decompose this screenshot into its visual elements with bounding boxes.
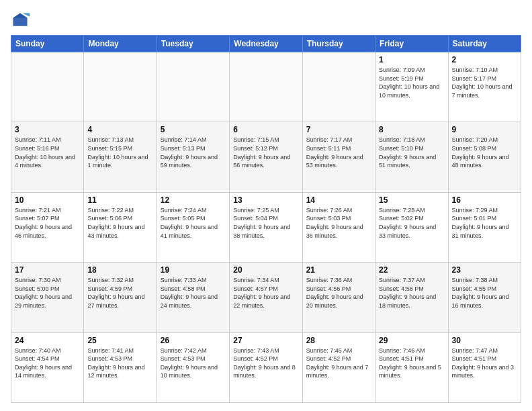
day-number: 22 (379, 265, 444, 275)
day-number: 19 (161, 265, 226, 275)
day-info: Sunrise: 7:45 AM Sunset: 4:52 PM Dayligh… (306, 347, 371, 380)
day-info: Sunrise: 7:22 AM Sunset: 5:06 PM Dayligh… (87, 206, 152, 240)
calendar-cell (84, 52, 157, 122)
calendar-table: SundayMondayTuesdayWednesdayThursdayFrid… (11, 35, 521, 403)
day-info: Sunrise: 7:10 AM Sunset: 5:17 PM Dayligh… (452, 66, 517, 99)
calendar-cell: 26Sunrise: 7:42 AM Sunset: 4:53 PM Dayli… (157, 332, 229, 402)
calendar-cell: 18Sunrise: 7:32 AM Sunset: 4:59 PM Dayli… (84, 263, 157, 332)
day-number: 12 (161, 195, 226, 205)
calendar-cell: 2Sunrise: 7:10 AM Sunset: 5:17 PM Daylig… (448, 52, 521, 122)
weekday-header-monday: Monday (84, 36, 157, 52)
day-info: Sunrise: 7:25 AM Sunset: 5:04 PM Dayligh… (233, 206, 298, 240)
day-info: Sunrise: 7:21 AM Sunset: 5:07 PM Dayligh… (15, 206, 80, 240)
day-number: 7 (306, 125, 371, 134)
day-number: 24 (15, 336, 80, 345)
day-info: Sunrise: 7:42 AM Sunset: 4:53 PM Dayligh… (161, 347, 226, 380)
week-row-3: 10Sunrise: 7:21 AM Sunset: 5:07 PM Dayli… (11, 192, 521, 262)
calendar-cell: 25Sunrise: 7:41 AM Sunset: 4:53 PM Dayli… (84, 332, 157, 402)
day-info: Sunrise: 7:28 AM Sunset: 5:02 PM Dayligh… (379, 206, 444, 240)
day-number: 9 (452, 125, 517, 134)
calendar-cell: 10Sunrise: 7:21 AM Sunset: 5:07 PM Dayli… (11, 192, 84, 262)
day-number: 15 (379, 195, 444, 205)
day-info: Sunrise: 7:33 AM Sunset: 4:58 PM Dayligh… (161, 276, 226, 310)
day-number: 18 (87, 265, 152, 275)
day-info: Sunrise: 7:29 AM Sunset: 5:01 PM Dayligh… (452, 206, 517, 240)
day-info: Sunrise: 7:14 AM Sunset: 5:13 PM Dayligh… (161, 136, 226, 169)
day-info: Sunrise: 7:41 AM Sunset: 4:53 PM Dayligh… (87, 347, 152, 380)
day-info: Sunrise: 7:26 AM Sunset: 5:03 PM Dayligh… (306, 206, 371, 240)
week-row-5: 24Sunrise: 7:40 AM Sunset: 4:54 PM Dayli… (11, 332, 521, 402)
calendar-cell: 4Sunrise: 7:13 AM Sunset: 5:15 PM Daylig… (84, 122, 157, 192)
calendar-cell: 15Sunrise: 7:28 AM Sunset: 5:02 PM Dayli… (375, 192, 448, 262)
day-info: Sunrise: 7:47 AM Sunset: 4:51 PM Dayligh… (452, 347, 517, 380)
day-info: Sunrise: 7:40 AM Sunset: 4:54 PM Dayligh… (15, 347, 80, 380)
day-info: Sunrise: 7:38 AM Sunset: 4:55 PM Dayligh… (452, 276, 517, 310)
calendar-cell: 6Sunrise: 7:15 AM Sunset: 5:12 PM Daylig… (230, 122, 302, 192)
day-number: 2 (452, 55, 517, 64)
day-number: 4 (87, 125, 152, 134)
weekday-header-saturday: Saturday (448, 36, 521, 52)
day-info: Sunrise: 7:36 AM Sunset: 4:56 PM Dayligh… (306, 276, 371, 310)
calendar-cell: 5Sunrise: 7:14 AM Sunset: 5:13 PM Daylig… (157, 122, 229, 192)
day-info: Sunrise: 7:20 AM Sunset: 5:08 PM Dayligh… (452, 136, 517, 169)
day-info: Sunrise: 7:34 AM Sunset: 4:57 PM Dayligh… (233, 276, 298, 310)
calendar-cell: 16Sunrise: 7:29 AM Sunset: 5:01 PM Dayli… (448, 192, 521, 262)
header (11, 8, 521, 30)
weekday-header-row: SundayMondayTuesdayWednesdayThursdayFrid… (11, 36, 521, 52)
calendar-cell: 1Sunrise: 7:09 AM Sunset: 5:19 PM Daylig… (375, 52, 448, 122)
calendar-cell: 19Sunrise: 7:33 AM Sunset: 4:58 PM Dayli… (157, 263, 229, 332)
day-number: 21 (306, 265, 371, 275)
calendar-cell (302, 52, 375, 122)
day-info: Sunrise: 7:09 AM Sunset: 5:19 PM Dayligh… (379, 66, 444, 99)
day-info: Sunrise: 7:37 AM Sunset: 4:56 PM Dayligh… (379, 276, 444, 310)
day-number: 8 (379, 125, 444, 134)
day-info: Sunrise: 7:43 AM Sunset: 4:52 PM Dayligh… (233, 347, 298, 380)
day-info: Sunrise: 7:46 AM Sunset: 4:51 PM Dayligh… (379, 347, 444, 380)
week-row-4: 17Sunrise: 7:30 AM Sunset: 5:00 PM Dayli… (11, 263, 521, 332)
calendar-cell: 13Sunrise: 7:25 AM Sunset: 5:04 PM Dayli… (230, 192, 302, 262)
week-row-1: 1Sunrise: 7:09 AM Sunset: 5:19 PM Daylig… (11, 52, 521, 122)
calendar-cell: 17Sunrise: 7:30 AM Sunset: 5:00 PM Dayli… (11, 263, 84, 332)
calendar-cell: 24Sunrise: 7:40 AM Sunset: 4:54 PM Dayli… (11, 332, 84, 402)
calendar-cell: 27Sunrise: 7:43 AM Sunset: 4:52 PM Dayli… (230, 332, 302, 402)
calendar-cell: 11Sunrise: 7:22 AM Sunset: 5:06 PM Dayli… (84, 192, 157, 262)
logo (11, 11, 32, 30)
day-number: 27 (233, 336, 298, 345)
day-number: 14 (306, 195, 371, 205)
day-info: Sunrise: 7:15 AM Sunset: 5:12 PM Dayligh… (233, 136, 298, 169)
day-number: 10 (15, 195, 80, 205)
calendar-cell: 8Sunrise: 7:18 AM Sunset: 5:10 PM Daylig… (375, 122, 448, 192)
weekday-header-sunday: Sunday (11, 36, 84, 52)
day-info: Sunrise: 7:18 AM Sunset: 5:10 PM Dayligh… (379, 136, 444, 169)
day-info: Sunrise: 7:17 AM Sunset: 5:11 PM Dayligh… (306, 136, 371, 169)
day-info: Sunrise: 7:13 AM Sunset: 5:15 PM Dayligh… (87, 136, 152, 169)
logo-icon (11, 11, 30, 30)
day-number: 23 (452, 265, 517, 275)
calendar-cell: 21Sunrise: 7:36 AM Sunset: 4:56 PM Dayli… (302, 263, 375, 332)
calendar-cell (157, 52, 229, 122)
day-number: 17 (15, 265, 80, 275)
calendar-cell: 23Sunrise: 7:38 AM Sunset: 4:55 PM Dayli… (448, 263, 521, 332)
day-number: 13 (233, 195, 298, 205)
day-number: 29 (379, 336, 444, 345)
calendar-cell: 28Sunrise: 7:45 AM Sunset: 4:52 PM Dayli… (302, 332, 375, 402)
day-number: 28 (306, 336, 371, 345)
day-number: 20 (233, 265, 298, 275)
weekday-header-friday: Friday (375, 36, 448, 52)
day-number: 1 (379, 55, 444, 64)
day-number: 16 (452, 195, 517, 205)
day-number: 5 (161, 125, 226, 134)
calendar-cell: 30Sunrise: 7:47 AM Sunset: 4:51 PM Dayli… (448, 332, 521, 402)
calendar-cell: 29Sunrise: 7:46 AM Sunset: 4:51 PM Dayli… (375, 332, 448, 402)
day-info: Sunrise: 7:32 AM Sunset: 4:59 PM Dayligh… (87, 276, 152, 310)
weekday-header-wednesday: Wednesday (230, 36, 302, 52)
calendar-cell: 20Sunrise: 7:34 AM Sunset: 4:57 PM Dayli… (230, 263, 302, 332)
day-info: Sunrise: 7:30 AM Sunset: 5:00 PM Dayligh… (15, 276, 80, 310)
day-number: 25 (87, 336, 152, 345)
calendar-cell (11, 52, 84, 122)
calendar-cell: 7Sunrise: 7:17 AM Sunset: 5:11 PM Daylig… (302, 122, 375, 192)
page: SundayMondayTuesdayWednesdayThursdayFrid… (0, 0, 532, 411)
day-number: 11 (87, 195, 152, 205)
calendar-cell: 14Sunrise: 7:26 AM Sunset: 5:03 PM Dayli… (302, 192, 375, 262)
weekday-header-tuesday: Tuesday (157, 36, 229, 52)
